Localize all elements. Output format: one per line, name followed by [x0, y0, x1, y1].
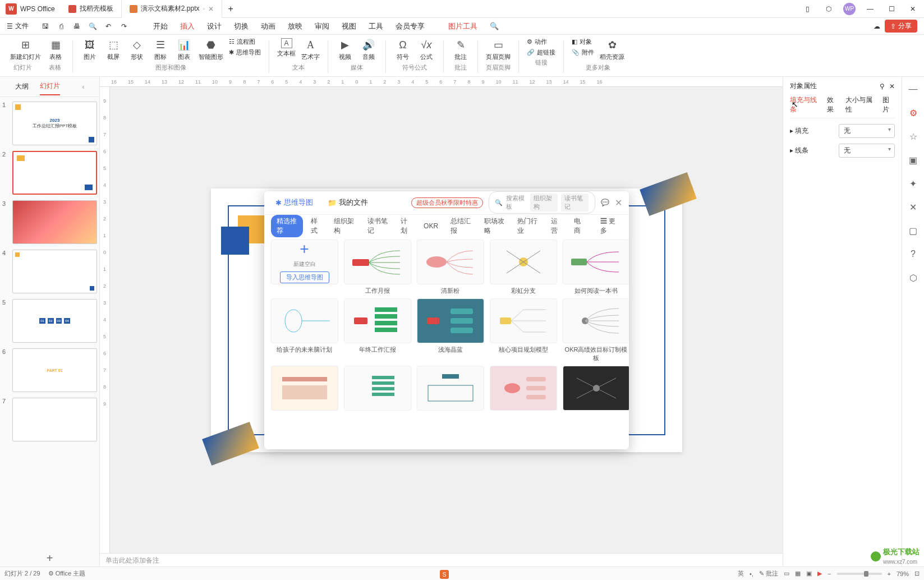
star-icon[interactable]: ☆ [907, 130, 920, 143]
slide-thumb-4[interactable]: 4 [2, 250, 97, 293]
hyperlink-button[interactable]: 🔗超链接 [525, 48, 558, 57]
status-icon[interactable]: •, [750, 570, 753, 577]
picture-button[interactable]: 🖼图片 [79, 37, 101, 62]
print-preview-icon[interactable]: 🖶 [71, 21, 82, 32]
cat-item[interactable]: 热门行业 [513, 215, 543, 237]
fill-select[interactable]: 无 [839, 124, 895, 138]
comment-button[interactable]: ✎批注 [449, 37, 472, 62]
slide-thumb-2[interactable]: 2 [2, 151, 97, 195]
outline-tab[interactable]: 大纲 [15, 79, 29, 95]
slide-thumb-1[interactable]: 12023工作总结汇报PPT模板 [2, 102, 97, 145]
template-item[interactable] [344, 366, 411, 411]
close-icon[interactable]: ✕ [615, 197, 622, 208]
prop-tab-fill[interactable]: 填充与线条 [790, 95, 821, 114]
search-tag[interactable]: 读书笔记 [561, 194, 589, 211]
chart-button[interactable]: 📊图表 [173, 37, 195, 62]
lang-indicator[interactable]: 英 [738, 569, 744, 578]
cat-item[interactable]: 运营 [546, 215, 566, 237]
template-item[interactable]: 工作月报 [344, 240, 411, 295]
book-icon[interactable]: ▯ [801, 2, 814, 16]
template-item[interactable]: OKR高绩效目标订制模板 [563, 298, 629, 362]
audio-button[interactable]: 🔊音频 [357, 37, 380, 62]
tab-menu-icon[interactable]: ▫ [203, 6, 205, 12]
template-item[interactable]: 浅海晶蓝 [417, 298, 484, 362]
tune-icon[interactable]: ⚙ [907, 106, 920, 119]
tab-insert[interactable]: 插入 [174, 19, 200, 34]
tab-member[interactable]: 会员专享 [390, 19, 430, 34]
cube-icon[interactable]: ⬡ [822, 2, 835, 16]
tab-review[interactable]: 审阅 [309, 19, 335, 34]
tab-slideshow[interactable]: 放映 [282, 19, 308, 34]
notes-input[interactable]: 单击此处添加备注 [100, 553, 783, 567]
fit-icon[interactable]: ⊡ [914, 570, 920, 577]
search-input[interactable]: 🔍 搜索模板 组织架构 读书笔记 [489, 191, 595, 214]
slide-thumb-3[interactable]: 3 [2, 200, 97, 244]
template-item[interactable]: 给孩子的未来脑计划 [271, 298, 338, 362]
prop-tab-size[interactable]: 大小与属性 [845, 95, 877, 114]
view-sorter-icon[interactable]: ▦ [795, 570, 801, 577]
zoom-in-icon[interactable]: + [888, 570, 891, 577]
add-slide-button[interactable]: + [0, 550, 99, 567]
search-tab-icon[interactable]: 🔍 [484, 20, 504, 33]
cat-item[interactable]: 样式 [306, 215, 326, 237]
table-button[interactable]: ▦表格 [44, 37, 67, 62]
video-button[interactable]: ▶视频 [334, 37, 356, 62]
tab-start[interactable]: 开始 [148, 19, 173, 34]
mindmap-button[interactable]: ✱思维导图 [227, 48, 263, 57]
tab-tools[interactable]: 工具 [363, 19, 389, 34]
maximize-icon[interactable]: ☐ [885, 2, 898, 16]
tab-design[interactable]: 设计 [201, 19, 227, 34]
smartart-button[interactable]: ⬣智能图形 [196, 37, 226, 62]
collapse-icon[interactable]: — [907, 82, 920, 96]
icons-button[interactable]: ☰图标 [149, 37, 172, 62]
tab-animation[interactable]: 动画 [255, 19, 281, 34]
pin-icon[interactable]: ⚲ [880, 82, 885, 90]
template-item[interactable] [490, 366, 557, 411]
template-item[interactable]: 年终工作汇报 [344, 298, 411, 362]
template-item[interactable] [417, 366, 484, 411]
close-icon[interactable]: ✕ [906, 2, 920, 16]
prop-tab-picture[interactable]: 图片 [882, 95, 895, 114]
equation-button[interactable]: √x公式 [415, 37, 438, 62]
template-icon[interactable]: ⬡ [907, 271, 920, 284]
view-reading-icon[interactable]: ▣ [806, 570, 812, 577]
template-item[interactable] [563, 366, 629, 411]
slide-list[interactable]: 12023工作总结汇报PPT模板 2 3 4 501020304 6PART 0… [0, 97, 99, 550]
chevron-left-icon[interactable]: ‹ [82, 83, 85, 91]
cat-item[interactable]: 职场攻略 [480, 215, 510, 237]
cat-item[interactable]: 组织架构 [329, 215, 360, 237]
close-icon[interactable]: ✕ [889, 82, 895, 90]
template-item[interactable]: 清新粉 [417, 240, 484, 295]
flowchart-button[interactable]: ☷流程图 [227, 37, 263, 47]
shapes-button[interactable]: ◇形状 [126, 37, 148, 62]
zoom-out-icon[interactable]: − [828, 570, 831, 577]
docer-button[interactable]: ✿稻壳资源 [597, 37, 627, 62]
cloud-icon[interactable]: ☁ [874, 22, 880, 30]
view-normal-icon[interactable]: ▭ [784, 570, 789, 577]
blank-template[interactable]: + 新建空白 导入思维导图 [271, 240, 338, 295]
close-icon[interactable]: ✕ [208, 5, 214, 13]
theme-label[interactable]: ⚙ Office 主题 [48, 569, 86, 578]
undo-icon[interactable]: ↶ [103, 21, 114, 32]
more-button[interactable]: ☰ 更多 [596, 215, 622, 237]
cat-item[interactable]: 计划 [396, 215, 416, 237]
cat-item[interactable]: 总结汇报 [446, 215, 476, 237]
textbox-button[interactable]: A文本框 [275, 37, 298, 62]
search-tag[interactable]: 组织架构 [530, 194, 558, 211]
book-icon[interactable]: ▢ [907, 224, 920, 237]
cat-featured[interactable]: 精选推荐 [271, 215, 304, 237]
view-slideshow-icon[interactable]: ▶ [817, 570, 822, 577]
import-button[interactable]: 导入思维导图 [280, 271, 329, 283]
dialog-tab-myfiles[interactable]: 📁我的文件 [323, 195, 373, 210]
promo-badge[interactable]: 超级会员秋季限时特惠 [411, 197, 483, 208]
attachment-button[interactable]: 📎附件 [569, 48, 596, 57]
user-avatar[interactable]: WP [843, 3, 856, 15]
header-footer-button[interactable]: ▭页眉页脚 [484, 37, 513, 62]
template-item[interactable]: 核心项目规划模型 [490, 298, 557, 362]
tab-view[interactable]: 视图 [336, 19, 362, 34]
redo-icon[interactable]: ↷ [118, 21, 130, 32]
cat-item[interactable]: 读书笔记 [363, 215, 393, 237]
tab-transition[interactable]: 切换 [228, 19, 254, 34]
wordart-button[interactable]: A艺术字 [299, 37, 322, 62]
template-item[interactable]: 如何阅读一本书 [563, 240, 629, 295]
